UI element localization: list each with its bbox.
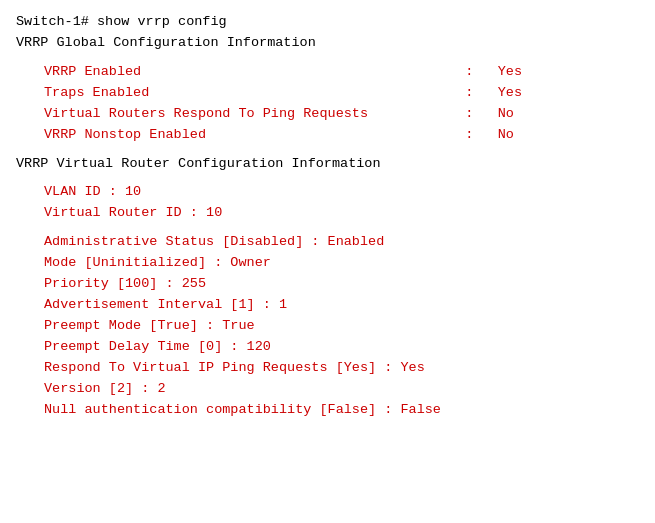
global-field-2: Traps Enabled : Yes — [16, 83, 639, 104]
virtual-header: VRRP Virtual Router Configuration Inform… — [16, 154, 639, 175]
global-field-4: VRRP Nonstop Enabled : No — [16, 125, 639, 146]
config-field-5: Preempt Mode [True] : True — [16, 316, 639, 337]
terminal-output: Switch-1# show vrrp config VRRP Global C… — [16, 12, 639, 421]
config-field-6: Preempt Delay Time [0] : 120 — [16, 337, 639, 358]
config-field-1: Administrative Status [Disabled] : Enabl… — [16, 232, 639, 253]
global-field-3: Virtual Routers Respond To Ping Requests… — [16, 104, 639, 125]
prompt-line: Switch-1# show vrrp config — [16, 12, 639, 33]
global-header: VRRP Global Configuration Information — [16, 33, 639, 54]
config-field-2: Mode [Uninitialized] : Owner — [16, 253, 639, 274]
global-field-1: VRRP Enabled : Yes — [16, 62, 639, 83]
virtual-router-id: Virtual Router ID : 10 — [16, 203, 639, 224]
vlan-id: VLAN ID : 10 — [16, 182, 639, 203]
config-field-7: Respond To Virtual IP Ping Requests [Yes… — [16, 358, 639, 379]
config-field-4: Advertisement Interval [1] : 1 — [16, 295, 639, 316]
config-field-3: Priority [100] : 255 — [16, 274, 639, 295]
config-field-8: Version [2] : 2 — [16, 379, 639, 400]
config-field-9: Null authentication compatibility [False… — [16, 400, 639, 421]
